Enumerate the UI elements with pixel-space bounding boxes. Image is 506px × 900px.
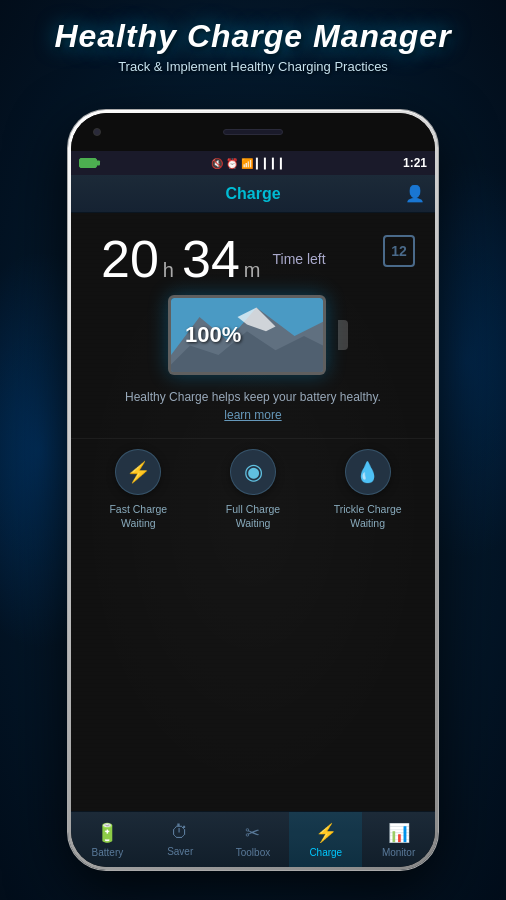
trickle-charge-icon: 💧: [355, 460, 380, 484]
tab-monitor[interactable]: 📊 Monitor: [362, 812, 435, 867]
saver-tab-icon: ⏱: [171, 822, 189, 843]
bottom-tab-bar: 🔋 Battery ⏱ Saver ✂ Toolbox ⚡ Charge 📊: [71, 811, 435, 867]
calendar-icon-area[interactable]: 12: [383, 235, 415, 267]
camera-dot: [93, 128, 101, 136]
app-title: Healthy Charge Manager: [20, 18, 486, 55]
info-text: Healthy Charge helps keep your battery h…: [71, 390, 435, 408]
app-subtitle: Track & Implement Healthy Charging Pract…: [20, 59, 486, 74]
battery-status-icon: [79, 158, 97, 168]
tab-battery[interactable]: 🔋 Battery: [71, 812, 144, 867]
nav-user-icon[interactable]: 👤: [405, 184, 425, 203]
charging-modes: ⚡ Fast ChargeWaiting ◉ Full ChargeWaitin…: [71, 438, 435, 530]
fast-charge-label: Fast ChargeWaiting: [109, 503, 167, 530]
time-mins-unit: m: [244, 259, 261, 282]
status-bar: 🔇 ⏰ 📶 ▎▎▎▎ 1:21: [71, 151, 435, 175]
phone-mockup: 🔇 ⏰ 📶 ▎▎▎▎ 1:21 Charge 👤: [68, 110, 438, 870]
charge-tab-icon: ⚡: [315, 822, 337, 844]
trickle-charge-mode[interactable]: 💧 Trickle ChargeWaiting: [310, 449, 425, 530]
status-left: [79, 158, 97, 168]
mute-icon: 🔇: [211, 158, 223, 169]
status-time: 1:21: [403, 156, 427, 170]
full-charge-label: Full ChargeWaiting: [226, 503, 280, 530]
fast-charge-icon-circle: ⚡: [115, 449, 161, 495]
header: Healthy Charge Manager Track & Implement…: [0, 0, 506, 84]
toolbox-tab-icon: ✂: [245, 822, 260, 844]
trickle-charge-label: Trickle ChargeWaiting: [334, 503, 402, 530]
fast-charge-mode[interactable]: ⚡ Fast ChargeWaiting: [81, 449, 196, 530]
battery-tab-label: Battery: [92, 847, 124, 858]
tab-toolbox[interactable]: ✂ Toolbox: [217, 812, 290, 867]
time-mins: 34: [182, 233, 240, 285]
phone-outer: 🔇 ⏰ 📶 ▎▎▎▎ 1:21 Charge 👤: [68, 110, 438, 870]
full-charge-mode[interactable]: ◉ Full ChargeWaiting: [196, 449, 311, 530]
battery-percentage: 100%: [185, 322, 241, 348]
time-hours-unit: h: [163, 259, 174, 282]
trickle-charge-icon-circle: 💧: [345, 449, 391, 495]
toolbox-tab-label: Toolbox: [236, 847, 270, 858]
learn-more-link[interactable]: learn more: [71, 408, 435, 422]
time-hours: 20: [101, 233, 159, 285]
phone-nav: Charge 👤: [71, 175, 435, 213]
battery-3d: 100%: [168, 295, 338, 375]
signal-icon: ▎▎▎▎: [256, 158, 288, 169]
monitor-tab-label: Monitor: [382, 847, 415, 858]
phone-top-bar: [71, 113, 435, 151]
phone-content-inner: 20 h 34 m Time left 12: [71, 213, 435, 530]
time-left-label: Time left: [272, 251, 325, 267]
nav-title: Charge: [225, 185, 280, 203]
battery-tip: [338, 320, 348, 350]
phone-inner: 🔇 ⏰ 📶 ▎▎▎▎ 1:21 Charge 👤: [71, 113, 435, 867]
battery-tab-icon: 🔋: [96, 822, 118, 844]
wifi-icon: 📶: [241, 158, 253, 169]
saver-tab-label: Saver: [167, 846, 193, 857]
status-icons: 🔇 ⏰ 📶 ▎▎▎▎: [211, 158, 288, 169]
phone-content: 20 h 34 m Time left 12: [71, 213, 435, 811]
alarm-icon: ⏰: [226, 158, 238, 169]
time-display: 20 h 34 m Time left 12: [71, 213, 435, 295]
charge-tab-label: Charge: [309, 847, 342, 858]
battery-visual-container: 100%: [71, 295, 435, 375]
battery-body: 100%: [168, 295, 326, 375]
full-charge-icon-circle: ◉: [230, 449, 276, 495]
full-charge-icon: ◉: [244, 459, 263, 485]
monitor-tab-icon: 📊: [388, 822, 410, 844]
fast-charge-icon: ⚡: [126, 460, 151, 484]
tab-charge[interactable]: ⚡ Charge: [289, 812, 362, 867]
speaker-grille: [223, 129, 283, 135]
calendar-icon[interactable]: 12: [383, 235, 415, 267]
tab-saver[interactable]: ⏱ Saver: [144, 812, 217, 867]
